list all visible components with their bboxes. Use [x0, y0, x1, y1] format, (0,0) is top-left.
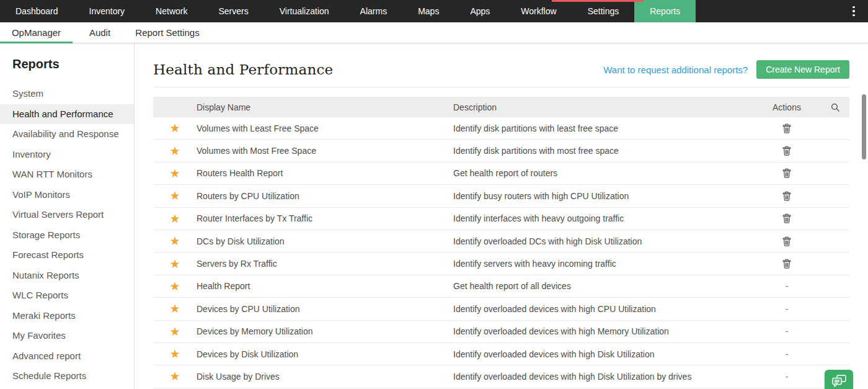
report-name[interactable]: Routers by CPU Utilization	[197, 191, 453, 201]
favorite-star-icon[interactable]: ★	[169, 370, 180, 382]
table-row[interactable]: ★ Routers Health Report Get health repor…	[153, 163, 849, 185]
sidebar-item-meraki-reports[interactable]: Meraki Reports	[0, 306, 134, 326]
nav-item-apps[interactable]: Apps	[454, 0, 505, 22]
nav-item-servers[interactable]: Servers	[203, 0, 264, 22]
table-row[interactable]: ★ Routers by CPU Utilization Identify bu…	[153, 185, 849, 207]
chat-support-button[interactable]	[825, 370, 853, 389]
report-name[interactable]: DCs by Disk Utilization	[197, 236, 453, 246]
report-description: Get health report of routers	[453, 168, 753, 178]
favorite-star-icon[interactable]: ★	[169, 258, 180, 270]
report-name[interactable]: Devices by Disk Utilization	[197, 349, 453, 359]
nav-item-settings[interactable]: Settings	[572, 0, 635, 22]
nav-item-maps[interactable]: Maps	[402, 0, 454, 22]
delete-icon[interactable]	[782, 191, 791, 201]
favorite-cell: ★	[153, 348, 197, 360]
favorite-star-icon[interactable]: ★	[169, 213, 180, 225]
sidebar-item-my-favorites[interactable]: My Favorites	[0, 326, 134, 346]
nav-item-alarms[interactable]: Alarms	[345, 0, 403, 22]
favorite-star-icon[interactable]: ★	[169, 280, 180, 292]
header-display-name: Display Name	[197, 102, 453, 112]
kebab-menu-icon[interactable]	[839, 0, 868, 22]
favorite-cell: ★	[153, 258, 197, 270]
sidebar-item-wlc-reports[interactable]: WLC Reports	[0, 285, 134, 306]
favorite-star-icon[interactable]: ★	[169, 348, 180, 360]
delete-icon[interactable]	[782, 259, 791, 269]
table-row[interactable]: ★ Volumes with Most Free Space Identify …	[153, 140, 849, 162]
table-row[interactable]: ★ Devices by CPU Utilization Identify ov…	[153, 298, 849, 320]
report-name[interactable]: Health Report	[197, 281, 453, 291]
report-name[interactable]: Volumes with Most Free Space	[197, 146, 453, 156]
chat-bubbles-icon	[831, 373, 848, 389]
favorite-star-icon[interactable]: ★	[169, 326, 180, 338]
delete-icon[interactable]	[782, 168, 791, 178]
create-new-report-button[interactable]: Create New Report	[756, 60, 849, 79]
table-row[interactable]: ★ DCs by Disk Utilization Identify overl…	[153, 230, 849, 253]
table-row[interactable]: ★ Devices by Disk Utilization Identify o…	[153, 343, 849, 365]
top-nav-items: DashboardInventoryNetworkServersVirtuali…	[0, 0, 634, 22]
nav-item-reports[interactable]: Reports	[634, 0, 696, 22]
main-panel: Health and Performance Want to request a…	[135, 43, 868, 389]
request-reports-link[interactable]: Want to request additional reports?	[603, 65, 748, 75]
favorite-star-icon[interactable]: ★	[169, 168, 180, 179]
sidebar-title: Reports	[0, 57, 134, 71]
report-name[interactable]: Routers Health Report	[197, 168, 453, 178]
report-description: Identify overloaded devices with high Di…	[453, 349, 753, 359]
favorite-star-icon[interactable]: ★	[169, 145, 180, 157]
table-row[interactable]: ★ Health Report Get health report of all…	[153, 275, 849, 298]
nav-item-inventory[interactable]: Inventory	[74, 0, 141, 22]
tab-report-settings[interactable]: Report Settings	[127, 22, 208, 43]
report-name[interactable]: Volumes with Least Free Space	[197, 123, 453, 133]
favorite-cell: ★	[153, 326, 197, 338]
sidebar-item-voip-monitors[interactable]: VoIP Monitors	[0, 185, 134, 205]
favorite-cell: ★	[153, 122, 197, 134]
nav-item-workflow[interactable]: Workflow	[505, 0, 572, 22]
nav-item-network[interactable]: Network	[140, 0, 203, 22]
tab-audit[interactable]: Audit	[73, 22, 127, 43]
favorite-star-icon[interactable]: ★	[169, 235, 180, 247]
vertical-scrollbar-thumb[interactable]	[862, 94, 866, 159]
sidebar-item-forecast-reports[interactable]: Forecast Reports	[0, 245, 134, 266]
report-name[interactable]: Devices by Memory Utilization	[197, 326, 453, 336]
nav-item-virtualization[interactable]: Virtualization	[264, 0, 345, 22]
no-action-dash: -	[786, 372, 789, 382]
sidebar-item-availability-and-response[interactable]: Availability and Response	[0, 124, 134, 145]
report-name[interactable]: Servers by Rx Traffic	[197, 259, 453, 269]
report-description: Identify disk partitions with most free …	[453, 146, 753, 156]
table-row[interactable]: ★ Disk Usage by Drives Identify overload…	[153, 365, 849, 388]
delete-icon[interactable]	[782, 123, 791, 133]
reports-table: Display Name Description Actions ★ Volum…	[153, 97, 849, 388]
kebab-dot	[852, 6, 855, 9]
report-description: Get health report of all devices	[453, 281, 753, 291]
report-name[interactable]: Router Interfaces by Tx Traffic	[197, 213, 453, 223]
table-row[interactable]: ★ Volumes with Least Free Space Identify…	[153, 117, 849, 140]
sidebar-item-health-and-performance[interactable]: Health and Performance	[0, 104, 134, 125]
sidebar-item-storage-reports[interactable]: Storage Reports	[0, 225, 134, 246]
sidebar-item-system[interactable]: System	[0, 84, 134, 104]
favorite-star-icon[interactable]: ★	[169, 190, 180, 202]
report-action-cell	[753, 213, 821, 223]
favorite-cell: ★	[153, 168, 197, 179]
report-description: Identify overloaded devices with high Di…	[453, 372, 753, 382]
search-icon[interactable]	[821, 103, 849, 112]
sidebar-item-advanced-report[interactable]: Advanced report	[0, 346, 134, 367]
table-row[interactable]: ★ Router Interfaces by Tx Traffic Identi…	[153, 208, 849, 230]
delete-icon[interactable]	[782, 236, 791, 246]
favorite-star-icon[interactable]: ★	[169, 303, 180, 315]
table-row[interactable]: ★ Servers by Rx Traffic Identify servers…	[153, 253, 849, 275]
sidebar-item-inventory[interactable]: Inventory	[0, 145, 134, 165]
tab-opmanager[interactable]: OpManager	[0, 22, 73, 43]
delete-icon[interactable]	[782, 146, 791, 156]
report-action-cell	[753, 236, 821, 246]
sidebar-item-wan-rtt-monitors[interactable]: WAN RTT Monitors	[0, 164, 134, 185]
report-action-cell	[753, 123, 821, 133]
favorite-star-icon[interactable]: ★	[169, 122, 180, 134]
report-description: Identify disk partitions with least free…	[453, 123, 753, 133]
table-row[interactable]: ★ Devices by Memory Utilization Identify…	[153, 321, 849, 343]
delete-icon[interactable]	[782, 213, 791, 223]
nav-item-dashboard[interactable]: Dashboard	[0, 0, 74, 22]
sidebar-item-nutanix-reports[interactable]: Nutanix Reports	[0, 266, 134, 286]
report-name[interactable]: Disk Usage by Drives	[197, 372, 453, 382]
report-name[interactable]: Devices by CPU Utilization	[197, 304, 453, 314]
sidebar-item-schedule-reports[interactable]: Schedule Reports	[0, 366, 134, 387]
sidebar-item-virtual-servers-report[interactable]: Virtual Servers Report	[0, 205, 134, 225]
